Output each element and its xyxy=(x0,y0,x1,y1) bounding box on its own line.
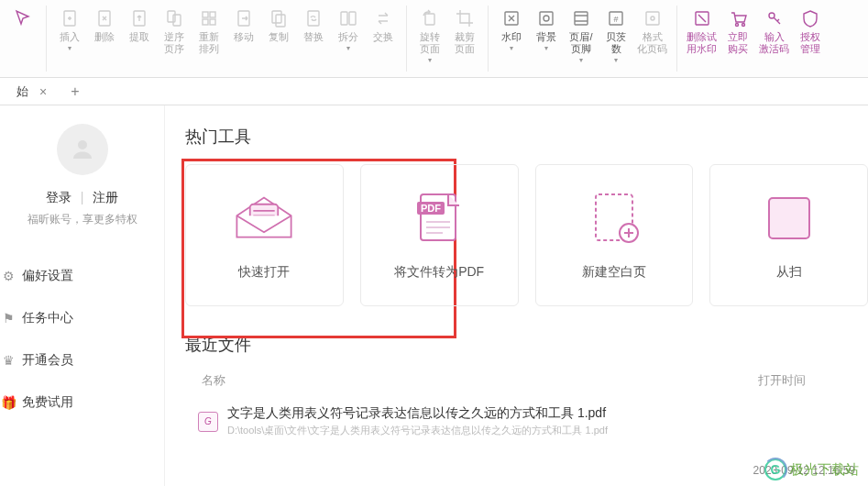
tool-label: 删除试 用水印 xyxy=(687,31,717,55)
swap-btn[interactable]: 交换 xyxy=(366,6,401,45)
enter-code-btn[interactable]: 输入 激活码 xyxy=(755,6,793,57)
split-btn[interactable]: 拆分▾ xyxy=(331,6,366,54)
tool-label: 逆序 页序 xyxy=(164,31,184,55)
tool-label: 交换 xyxy=(373,31,393,43)
sidebar-vip[interactable]: ♛开通会员 xyxy=(0,339,164,381)
tool-label: 水印 xyxy=(501,31,522,43)
page-swap-icon xyxy=(163,7,185,29)
page-split-icon xyxy=(337,7,359,29)
replace-btn[interactable]: 替换 xyxy=(296,6,331,45)
scan-icon xyxy=(757,191,821,246)
pdf-icon: PDF xyxy=(407,191,471,246)
login-register-row: 登录 | 注册 xyxy=(0,190,164,206)
tool-label: 背景 xyxy=(536,31,556,43)
page-move-icon xyxy=(233,7,255,29)
sidebar-item-label: 任务中心 xyxy=(22,310,73,326)
tool-label: 复制 xyxy=(269,31,289,43)
avatar[interactable] xyxy=(57,124,108,175)
extract-btn[interactable]: 提取 xyxy=(122,6,157,45)
register-link[interactable]: 注册 xyxy=(93,190,118,204)
crop-page-btn[interactable]: 裁剪 页面 xyxy=(447,6,482,57)
tab-add-button[interactable]: + xyxy=(60,83,90,100)
card-blank[interactable]: 新建空白页 xyxy=(535,164,694,306)
recent-file-row[interactable]: G文字是人类用表义符号记录表达信息以传之久远的方式和工具 1.pdfD:\too… xyxy=(185,398,868,443)
svg-rect-14 xyxy=(349,12,356,25)
pdf-file-icon: G xyxy=(198,412,218,432)
svg-rect-22 xyxy=(646,12,659,25)
watermark-text: 极光下载站 xyxy=(790,461,859,479)
svg-rect-11 xyxy=(276,15,285,27)
format-pagenum-btn[interactable]: 格式 化页码 xyxy=(633,6,671,57)
card-quick-open[interactable]: 快速打开 xyxy=(185,164,344,306)
tool-label: 贝茨 数 xyxy=(606,31,626,55)
remove-trial-watermark-btn[interactable]: 删除试 用水印 xyxy=(683,6,720,57)
tool-label: 移动 xyxy=(234,31,254,43)
reorder-btn[interactable]: 重新 排列 xyxy=(192,6,226,57)
svg-rect-3 xyxy=(168,11,175,22)
hot-tools-title: 热门工具 xyxy=(185,126,868,148)
tab-home[interactable]: 始 × xyxy=(0,78,60,105)
card-to-pdf[interactable]: PDF将文件转为PDF xyxy=(360,164,519,306)
background-btn[interactable]: 背景▾ xyxy=(529,6,564,54)
tool-label: 插入 xyxy=(60,31,80,43)
sidebar-preferences[interactable]: ⚙偏好设置 xyxy=(0,255,164,297)
chevron-down-icon: ▾ xyxy=(579,56,583,64)
chevron-down-icon: ▾ xyxy=(68,44,71,52)
card-label: 新建空白页 xyxy=(582,264,646,281)
cursor-icon xyxy=(12,7,34,29)
duplicate-btn[interactable]: 复制 xyxy=(261,6,296,45)
tool-label: 格式 化页码 xyxy=(637,31,667,55)
page-plus-icon xyxy=(59,7,81,29)
svg-rect-15 xyxy=(425,14,434,25)
reverse-order-btn[interactable]: 逆序 页序 xyxy=(157,6,192,57)
watermark-btn[interactable]: 水印▾ xyxy=(494,6,529,54)
svg-rect-10 xyxy=(272,11,281,23)
svg-rect-7 xyxy=(203,19,208,25)
tool-label: 旋转 页面 xyxy=(420,31,440,55)
user-icon xyxy=(69,136,96,163)
tool-label: 替换 xyxy=(303,31,324,43)
rm-wm-icon xyxy=(691,7,713,29)
license-mgmt-btn[interactable]: 授权 管理 xyxy=(793,6,828,57)
chevron-down-icon: ▾ xyxy=(510,44,513,52)
blank-icon xyxy=(582,191,646,246)
rotate-page-btn[interactable]: 旋转 页面▾ xyxy=(412,6,447,66)
header-footer-btn[interactable]: 页眉/ 页脚▾ xyxy=(564,6,599,66)
main-content: 登录 | 注册 福昕账号，享更多特权 ⚙偏好设置⚑任务中心♛开通会员🎁免费试用 … xyxy=(0,105,868,486)
login-subtext: 福昕账号，享更多特权 xyxy=(0,212,164,227)
svg-text:#: # xyxy=(613,15,618,24)
sidebar-trial[interactable]: 🎁免费试用 xyxy=(0,381,164,424)
bates-btn[interactable]: #贝茨 数▾ xyxy=(599,6,633,66)
svg-rect-5 xyxy=(203,12,208,17)
insert-btn[interactable]: 插入▾ xyxy=(52,6,87,54)
shield-icon xyxy=(799,7,821,29)
chevron-down-icon: ▾ xyxy=(428,56,432,64)
site-watermark: G 极光下载站 xyxy=(764,458,859,480)
close-icon[interactable]: × xyxy=(39,84,47,99)
tab-bar: 始 × + xyxy=(0,78,868,105)
tool-label: 立即 购买 xyxy=(728,31,748,55)
gear-icon: ⚙ xyxy=(0,269,16,283)
file-path: D:\tools\桌面\文件\文字是人类用表义符号记录表达信息以传之久远的方式和… xyxy=(227,424,868,437)
card-scan[interactable]: 从扫 xyxy=(709,164,868,306)
sidebar-tasks[interactable]: ⚑任务中心 xyxy=(0,297,164,339)
delete-btn[interactable]: 删除 xyxy=(87,6,122,45)
buy-now-btn[interactable]: 立即 购买 xyxy=(720,6,755,57)
chevron-down-icon: ▾ xyxy=(346,44,350,52)
login-link[interactable]: 登录 xyxy=(46,190,71,204)
sidebar: 登录 | 注册 福昕账号，享更多特权 ⚙偏好设置⚑任务中心♛开通会员🎁免费试用 xyxy=(0,105,165,486)
card-label: 将文件转为PDF xyxy=(394,264,484,281)
card-label: 快速打开 xyxy=(238,264,290,281)
tool-label: 裁剪 页面 xyxy=(455,31,475,55)
move-btn[interactable]: 移动 xyxy=(226,6,261,45)
svg-rect-8 xyxy=(210,19,215,25)
select-tool[interactable] xyxy=(5,6,40,33)
svg-rect-4 xyxy=(173,15,181,26)
chevron-down-icon: ▾ xyxy=(614,56,618,64)
tool-label: 输入 激活码 xyxy=(759,31,789,55)
envelope-icon xyxy=(232,191,296,246)
page-copy-icon xyxy=(268,7,290,29)
tool-label: 拆分 xyxy=(338,31,358,43)
crown-icon: ♛ xyxy=(0,353,16,368)
bates-icon: # xyxy=(605,7,627,29)
